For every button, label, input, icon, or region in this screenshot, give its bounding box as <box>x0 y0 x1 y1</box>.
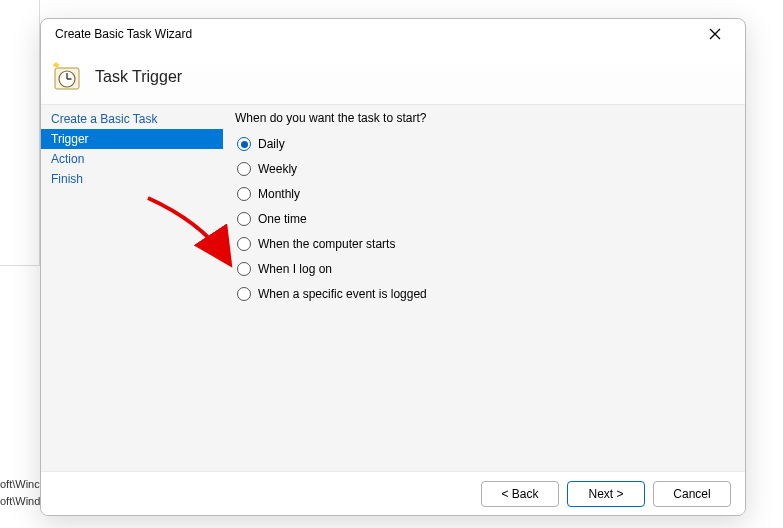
step-create-basic-task[interactable]: Create a Basic Task <box>41 109 223 129</box>
clock-icon <box>51 61 83 93</box>
window-title: Create Basic Task Wizard <box>55 27 693 41</box>
radio-icon <box>237 237 251 251</box>
button-label: < Back <box>501 487 538 501</box>
trigger-options: Daily Weekly Monthly One time When the c… <box>237 137 733 301</box>
radio-label: Daily <box>258 137 285 151</box>
radio-label: When a specific event is logged <box>258 287 427 301</box>
wizard-content: When do you want the task to start? Dail… <box>223 105 745 471</box>
radio-label: One time <box>258 212 307 226</box>
button-label: Next > <box>588 487 623 501</box>
titlebar: Create Basic Task Wizard <box>41 19 745 49</box>
radio-label: Weekly <box>258 162 297 176</box>
wizard-header: Task Trigger <box>41 49 745 104</box>
back-button[interactable]: < Back <box>481 481 559 507</box>
radio-label: When the computer starts <box>258 237 395 251</box>
step-label: Create a Basic Task <box>51 112 158 126</box>
step-action[interactable]: Action <box>41 149 223 169</box>
step-trigger[interactable]: Trigger <box>41 129 223 149</box>
step-label: Trigger <box>51 132 89 146</box>
step-finish[interactable]: Finish <box>41 169 223 189</box>
radio-daily[interactable]: Daily <box>237 137 733 151</box>
radio-icon <box>237 212 251 226</box>
radio-icon <box>237 162 251 176</box>
background-separator <box>0 265 40 266</box>
radio-icon <box>237 187 251 201</box>
radio-computer-starts[interactable]: When the computer starts <box>237 237 733 251</box>
radio-one-time[interactable]: One time <box>237 212 733 226</box>
step-label: Action <box>51 152 84 166</box>
cancel-button[interactable]: Cancel <box>653 481 731 507</box>
button-label: Cancel <box>673 487 710 501</box>
page-title: Task Trigger <box>95 68 182 86</box>
radio-label: When I log on <box>258 262 332 276</box>
button-row: < Back Next > Cancel <box>41 471 745 515</box>
step-label: Finish <box>51 172 83 186</box>
next-button[interactable]: Next > <box>567 481 645 507</box>
background-sidebar <box>0 0 40 265</box>
radio-log-on[interactable]: When I log on <box>237 262 733 276</box>
trigger-prompt: When do you want the task to start? <box>235 111 733 125</box>
wizard-dialog: Create Basic Task Wizard Task Trigger Cr… <box>40 18 746 516</box>
radio-weekly[interactable]: Weekly <box>237 162 733 176</box>
radio-event-logged[interactable]: When a specific event is logged <box>237 287 733 301</box>
close-icon <box>709 28 721 40</box>
radio-label: Monthly <box>258 187 300 201</box>
step-list: Create a Basic Task Trigger Action Finis… <box>41 105 223 471</box>
close-button[interactable] <box>693 20 737 48</box>
radio-icon <box>237 287 251 301</box>
radio-icon <box>237 137 251 151</box>
radio-monthly[interactable]: Monthly <box>237 187 733 201</box>
radio-icon <box>237 262 251 276</box>
wizard-body: Create a Basic Task Trigger Action Finis… <box>41 104 745 471</box>
